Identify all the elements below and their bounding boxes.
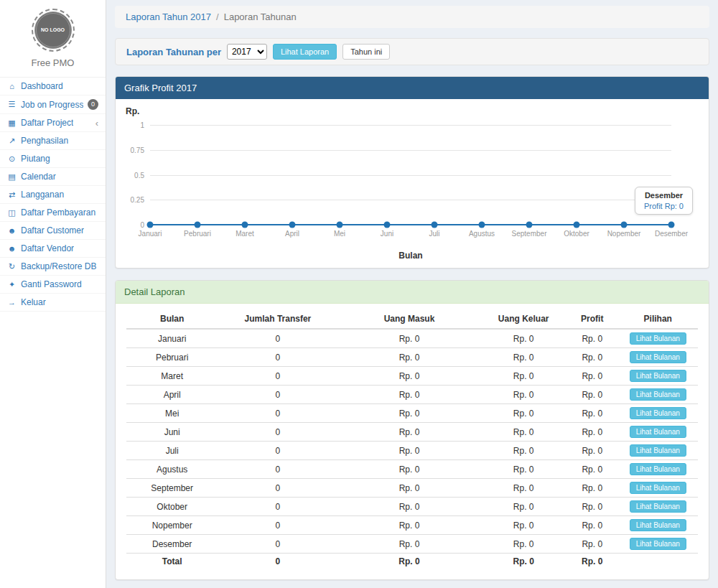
sidebar-item-label: Ganti Password xyxy=(21,279,82,289)
lihat-bulanan-button[interactable]: Lihat Bulanan xyxy=(630,407,686,419)
sidebar-item-ganti-password[interactable]: ✦Ganti Password xyxy=(0,276,106,294)
cell-uang-masuk: Rp. 0 xyxy=(338,442,481,460)
cell-uang-masuk: Rp. 0 xyxy=(338,348,481,367)
x-tick-label: Juni xyxy=(381,230,393,238)
lihat-bulanan-button[interactable]: Lihat Bulanan xyxy=(630,388,686,401)
x-tick-label: September xyxy=(512,230,547,238)
lihat-bulanan-button[interactable]: Lihat Bulanan xyxy=(630,426,686,438)
chart-tooltip: Desember Profit Rp: 0 xyxy=(635,187,693,215)
sidebar-item-label: Langganan xyxy=(21,190,64,200)
payment-icon: ◫ xyxy=(7,208,17,218)
table-row: Maret0Rp. 0Rp. 0Rp. 0Lihat Bulanan xyxy=(126,367,698,386)
lihat-bulanan-button[interactable]: Lihat Bulanan xyxy=(630,370,686,382)
cell-bulan: Juni xyxy=(126,423,218,442)
detail-body: BulanJumlah TransferUang MasukUang Kelua… xyxy=(116,304,709,579)
sidebar-item-label: Job on Progress xyxy=(21,100,83,110)
cell-bulan: Agustus xyxy=(126,460,218,479)
sidebar-item-piutang[interactable]: ⊙Piutang xyxy=(0,150,106,168)
data-point xyxy=(147,222,154,228)
cell-jumlah-transfer: 0 xyxy=(218,479,337,498)
column-header-uang-masuk: Uang Masuk xyxy=(338,309,481,329)
sidebar-item-backup-restore-db[interactable]: ↻Backup/Restore DB xyxy=(0,258,106,276)
cell-uang-masuk: Rp. 0 xyxy=(338,404,481,423)
cell-jumlah-transfer: 0 xyxy=(218,404,337,423)
sidebar-item-langganan[interactable]: ⇄Langganan xyxy=(0,186,106,204)
breadcrumb: Laporan Tahun 2017/Laporan Tahunan xyxy=(115,6,709,28)
cell-uang-keluar: Rp. 0 xyxy=(481,535,567,554)
sidebar-item-daftar-project[interactable]: ▦Daftar Project‹ xyxy=(0,114,106,132)
cell-profit: Rp. 0 xyxy=(567,479,618,498)
lihat-bulanan-button[interactable]: Lihat Bulanan xyxy=(630,351,686,363)
table-row: Agustus0Rp. 0Rp. 0Rp. 0Lihat Bulanan xyxy=(126,460,698,479)
x-tick-label: Nopember xyxy=(607,230,641,238)
cell-bulan: Pebruari xyxy=(126,348,218,367)
data-point xyxy=(621,222,628,228)
lihat-laporan-button[interactable]: Lihat Laporan xyxy=(273,44,337,60)
x-tick-label: Maret xyxy=(236,230,254,238)
lihat-bulanan-button[interactable]: Lihat Bulanan xyxy=(630,519,686,531)
table-row: Pebruari0Rp. 0Rp. 0Rp. 0Lihat Bulanan xyxy=(126,348,698,367)
tahun-ini-button[interactable]: Tahun ini xyxy=(342,44,390,60)
data-point xyxy=(242,222,248,228)
y-axis-label: Rp. xyxy=(126,106,139,116)
y-tick-label: 0.75 xyxy=(131,146,144,154)
table-row: Juni0Rp. 0Rp. 0Rp. 0Lihat Bulanan xyxy=(126,423,698,442)
cell-pilihan: Lihat Bulanan xyxy=(618,460,698,479)
x-tick-label: Oktober xyxy=(564,230,589,238)
cell-jumlah-transfer: 0 xyxy=(218,367,337,386)
sidebar-item-calendar[interactable]: ▤Calendar xyxy=(0,168,106,186)
cell-profit: Rp. 0 xyxy=(567,516,618,535)
lihat-bulanan-button[interactable]: Lihat Bulanan xyxy=(630,332,686,345)
data-point xyxy=(289,222,296,228)
total-keluar: Rp. 0 xyxy=(481,554,567,570)
sidebar-item-daftar-pembayaran[interactable]: ◫Daftar Pembayaran xyxy=(0,204,106,222)
lihat-bulanan-button[interactable]: Lihat Bulanan xyxy=(630,482,686,494)
cell-profit: Rp. 0 xyxy=(567,367,618,386)
sidebar-item-dashboard[interactable]: ⌂Dashboard xyxy=(0,78,106,95)
calendar-icon: ▤ xyxy=(7,172,17,182)
data-point xyxy=(337,222,343,228)
total-transfer: 0 xyxy=(218,554,337,570)
cell-pilihan: Lihat Bulanan xyxy=(618,535,698,554)
cell-uang-keluar: Rp. 0 xyxy=(481,460,567,479)
cell-profit: Rp. 0 xyxy=(567,498,618,516)
sidebar-item-daftar-vendor[interactable]: ☻Daftar Vendor xyxy=(0,240,106,258)
cell-jumlah-transfer: 0 xyxy=(218,535,337,554)
cell-pilihan: Lihat Bulanan xyxy=(618,367,698,386)
cell-jumlah-transfer: 0 xyxy=(218,386,337,404)
cell-profit: Rp. 0 xyxy=(567,535,618,554)
cell-bulan: Nopember xyxy=(126,516,218,535)
cell-jumlah-transfer: 0 xyxy=(218,442,337,460)
sidebar-item-job-on-progress[interactable]: ☰Job on Progress0 xyxy=(0,95,106,114)
lihat-bulanan-button[interactable]: Lihat Bulanan xyxy=(630,500,686,513)
sidebar-item-penghasilan[interactable]: ↗Penghasilan xyxy=(0,132,106,150)
cell-pilihan: Lihat Bulanan xyxy=(618,329,698,348)
total-row: Total 0 Rp. 0 Rp. 0 Rp. 0 xyxy=(126,554,698,570)
cell-jumlah-transfer: 0 xyxy=(218,516,337,535)
sidebar-item-label: Daftar Project xyxy=(21,118,73,128)
lihat-bulanan-button[interactable]: Lihat Bulanan xyxy=(630,538,686,550)
sidebar-item-keluar[interactable]: →Keluar xyxy=(0,294,106,312)
total-empty-cell xyxy=(618,554,698,570)
income-chart-icon: ↗ xyxy=(7,136,17,146)
column-header-jumlah-transfer: Jumlah Transfer xyxy=(218,309,337,329)
x-tick-label: Mei xyxy=(334,230,345,238)
backup-restore-icon: ↻ xyxy=(7,262,17,271)
sidebar-item-label: Daftar Customer xyxy=(21,225,84,235)
cell-uang-keluar: Rp. 0 xyxy=(481,423,567,442)
detail-panel: Detail Laporan BulanJumlah TransferUang … xyxy=(115,280,709,580)
x-tick-label: Januari xyxy=(139,230,162,238)
main-content: Laporan Tahun 2017/Laporan Tahunan Lapor… xyxy=(106,0,718,588)
cell-bulan: Maret xyxy=(126,367,218,386)
table-row: Nopember0Rp. 0Rp. 0Rp. 0Lihat Bulanan xyxy=(126,516,698,535)
cell-uang-masuk: Rp. 0 xyxy=(338,367,481,386)
sidebar-item-daftar-customer[interactable]: ☻Daftar Customer xyxy=(0,222,106,240)
table-row: Juli0Rp. 0Rp. 0Rp. 0Lihat Bulanan xyxy=(126,442,698,460)
chart-plot: 10.750.50.250JanuariPebruariMaretAprilMe… xyxy=(150,125,671,225)
cell-uang-masuk: Rp. 0 xyxy=(338,386,481,404)
report-table: BulanJumlah TransferUang MasukUang Kelua… xyxy=(126,309,698,569)
year-select[interactable]: 2017 xyxy=(227,44,267,60)
lihat-bulanan-button[interactable]: Lihat Bulanan xyxy=(630,444,686,457)
lihat-bulanan-button[interactable]: Lihat Bulanan xyxy=(630,463,686,475)
breadcrumb-link[interactable]: Laporan Tahun 2017 xyxy=(126,11,211,22)
